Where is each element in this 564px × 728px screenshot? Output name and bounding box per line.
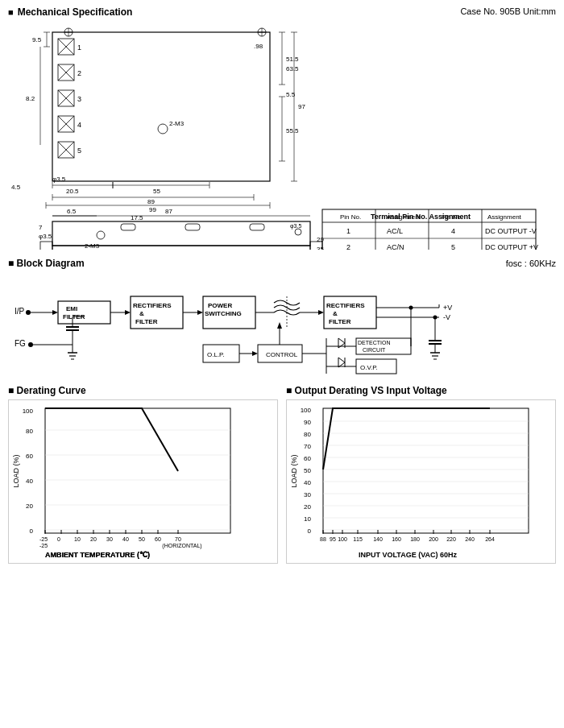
x20: 20 (90, 536, 97, 542)
output-derating-svg: LOAD (%) 0 10 20 30 40 50 60 70 (287, 400, 545, 561)
ox200: 200 (429, 536, 438, 542)
output-y-label: LOAD (%) (290, 454, 298, 487)
x50: 50 (139, 536, 145, 542)
svg-rect-51 (250, 224, 264, 230)
svg-marker-79 (318, 310, 324, 315)
minus-v-label: -V (443, 313, 450, 321)
y0: 0 (30, 527, 34, 535)
emi-filter-label: EMI (66, 305, 77, 312)
dim-phi3-5-bottom: φ3.5 (52, 176, 66, 183)
dim-98: .98 (254, 43, 263, 50)
x60: 60 (155, 536, 161, 542)
row2-pin5: 5 (451, 243, 455, 250)
rect-filter2-label1: RECTIFIERS (326, 302, 365, 309)
oy100: 100 (301, 407, 312, 414)
x0: 0 (57, 536, 60, 542)
dim-2m3-side: 2-M3 (85, 242, 100, 250)
svg-marker-68 (52, 310, 58, 315)
fosc-label: fosc : 60KHz (506, 259, 556, 268)
derating-x-label-static: AMBIENT TEMPERATURE (℃) (45, 551, 150, 559)
dim-63-5: 63.5 (286, 65, 299, 72)
oy40: 40 (304, 479, 311, 486)
block-diagram-title: Block Diagram (8, 258, 85, 269)
row1-ac-l: AC/L (387, 227, 403, 235)
oy0: 0 (308, 527, 312, 535)
power-sw-label1: POWER (208, 302, 232, 309)
block-diagram-canvas: I/P EMI FILTER RECTIFIERS & FILTER (8, 272, 556, 378)
control-label: CONTROL (266, 351, 298, 358)
svg-rect-53 (40, 242, 52, 250)
svg-marker-109 (252, 351, 258, 356)
svg-point-66 (26, 310, 31, 315)
ox115: 115 (353, 536, 363, 542)
mech-drawing-svg: 1 2 3 4 5 (8, 24, 556, 250)
svg-marker-112 (277, 322, 282, 329)
svg-point-22 (158, 124, 168, 134)
x-25-2: -25 (39, 543, 48, 548)
oy10: 10 (304, 515, 311, 523)
dim-20-5: 20.5 (66, 188, 79, 195)
svg-marker-71 (125, 310, 131, 315)
mech-spec-title: Mechanical Specification (8, 6, 132, 18)
output-x-label: INPUT VOLTAGE (VAC) 60Hz (359, 551, 458, 559)
y40: 40 (26, 478, 33, 485)
page: Mechanical Specification Case No. 905B U… (0, 0, 564, 570)
row2-dc-pos: DC OUTPUT +V (485, 243, 538, 250)
case-info: Case No. 905B Unit:mm (460, 6, 556, 16)
oy20: 20 (304, 503, 311, 511)
x70: 70 (175, 536, 181, 542)
ox220: 220 (446, 536, 456, 542)
detection-label2: CIRCUIT (363, 347, 386, 353)
svg-rect-140 (323, 408, 529, 533)
pin5-label: 5 (77, 147, 81, 155)
pin3-label: 3 (77, 95, 81, 103)
mech-spec-header-row: Mechanical Specification Case No. 905B U… (8, 6, 556, 21)
y20: 20 (26, 503, 33, 510)
ox160: 160 (392, 536, 401, 542)
oy80: 80 (304, 431, 311, 438)
th-pin-no-2: Pin No. (442, 213, 462, 221)
x40: 40 (122, 536, 129, 542)
dim-51-5: 51.5 (286, 56, 299, 63)
pin1-label: 1 (77, 43, 81, 52)
block-diagram-svg: I/P EMI FILTER RECTIFIERS & FILTER (8, 272, 556, 377)
x10: 10 (74, 536, 81, 542)
row2-ac-n: AC/N (387, 243, 404, 250)
y60: 60 (26, 453, 33, 460)
ox140: 140 (373, 536, 383, 542)
dim-99: 99 (149, 206, 156, 213)
pin4-label: 4 (77, 121, 81, 129)
rect-filter-label2: & (139, 310, 144, 317)
rect-filter2-label2: & (333, 310, 338, 317)
curves-section: Derating Curve LOAD (%) 0 20 40 60 8 (8, 385, 556, 564)
output-derating-block: Output Derating VS Input Voltage LOAD (%… (286, 385, 556, 564)
dim-55-5: 55.5 (286, 127, 299, 134)
dim-phi3-5-right: φ3.5 (290, 223, 301, 230)
svg-marker-121 (338, 358, 345, 367)
dim-17-5: 17.5 (131, 214, 143, 221)
dim-97: 97 (298, 103, 305, 110)
plus-v-label: +V (443, 304, 452, 312)
dim-29: 29 (317, 236, 324, 243)
ovp-label: O.V.P. (360, 364, 378, 371)
dim-phi3-5-side: φ3.5 (39, 233, 52, 240)
y80: 80 (26, 428, 33, 435)
ox180: 180 (410, 536, 420, 542)
ox100: 100 (338, 536, 347, 542)
ip-label: I/P (15, 307, 25, 316)
output-derating-container: LOAD (%) 0 10 20 30 40 50 60 70 (286, 399, 556, 564)
svg-rect-0 (52, 32, 270, 181)
pin-connectors: 1 2 3 4 5 (58, 39, 81, 158)
th-assignment-2: Assignment (487, 213, 522, 221)
svg-rect-49 (121, 224, 135, 230)
rect-filter2-label3: FILTER (329, 318, 351, 325)
dim-7: 7 (39, 224, 43, 231)
derating-curve-block: Derating Curve LOAD (%) 0 20 40 60 8 (8, 385, 278, 564)
ox95: 95 (330, 536, 336, 542)
row1-dc-neg: DC OUTPUT -V (485, 227, 537, 235)
dim-89: 89 (147, 198, 155, 205)
oy60: 60 (304, 455, 311, 462)
dim-4-5: 4.5 (11, 184, 21, 191)
th-pin-no-1: Pin No. (340, 213, 361, 221)
oy90: 90 (304, 419, 311, 426)
